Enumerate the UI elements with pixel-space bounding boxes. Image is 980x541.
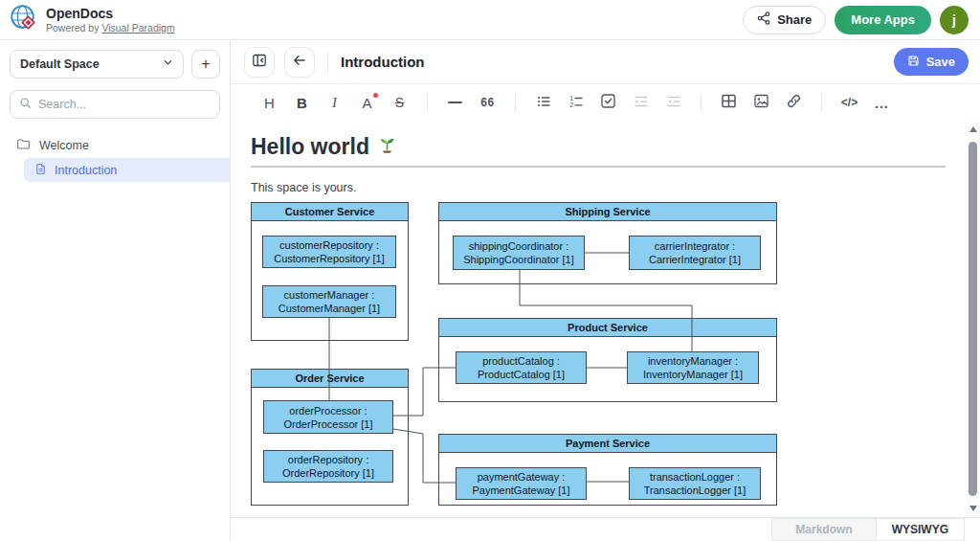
save-button[interactable]: Save — [894, 48, 969, 76]
space-selector[interactable]: Default Space — [10, 50, 184, 79]
scroll-up-arrow[interactable] — [969, 126, 977, 132]
bold-button[interactable]: B — [288, 89, 316, 116]
doc-tree: Welcome Introduction — [0, 134, 230, 182]
back-arrow-icon — [292, 53, 307, 71]
horizontal-rule-icon — [448, 101, 462, 103]
part-shipping-coordinator: shippingCoordinator : ShippingCoordinato… — [453, 236, 585, 270]
part-carrier-integrator: carrierIntegrator : CarrierIntegrator [1… — [629, 236, 761, 270]
horizontal-rule-button[interactable] — [441, 89, 469, 116]
search-input[interactable] — [38, 98, 211, 111]
tree-item-introduction[interactable]: Introduction — [24, 158, 230, 182]
tab-markdown[interactable]: Markdown — [771, 518, 876, 541]
panel-toggle-icon — [252, 53, 267, 71]
part-customer-manager: customerManager : CustomerManager [1] — [262, 285, 396, 318]
sidebar: Default Space + Welcome — [0, 40, 231, 541]
back-button[interactable] — [284, 47, 315, 78]
save-icon — [907, 55, 920, 70]
top-header: OpenDocs Powered by Visual Paradigm Shar… — [0, 0, 980, 40]
formatting-toolbar: H B I A S 66 12 — [231, 84, 980, 121]
table-button[interactable] — [715, 89, 743, 116]
part-inventory-manager: inventoryManager : InventoryManager [1] — [627, 351, 759, 384]
ordered-list-button[interactable]: 12 — [562, 89, 590, 116]
link-button[interactable] — [780, 89, 808, 116]
avatar[interactable]: j — [940, 6, 969, 34]
search-icon — [19, 96, 32, 113]
table-icon — [721, 93, 737, 112]
image-button[interactable] — [747, 89, 775, 116]
part-customer-repository: customerRepository : CustomerRepository … — [262, 236, 396, 268]
heading-button[interactable]: H — [256, 89, 283, 116]
svg-text:2: 2 — [569, 101, 573, 108]
editor-scrollbar[interactable] — [967, 121, 980, 517]
indent-icon — [634, 94, 649, 112]
folder-icon — [16, 137, 31, 154]
outdent-icon — [666, 94, 681, 112]
code-block-button[interactable]: </> — [835, 89, 863, 116]
chevron-down-icon — [163, 57, 173, 71]
italic-button[interactable]: I — [321, 89, 348, 116]
toolbar-divider — [427, 94, 428, 111]
scrollbar-thumb[interactable] — [969, 142, 977, 496]
search-box[interactable] — [10, 90, 220, 119]
toolbar-divider — [515, 94, 516, 111]
opendocs-logo-icon — [10, 4, 38, 36]
link-icon — [786, 93, 802, 112]
service-box-customer: Customer Service — [251, 202, 409, 341]
indent-button[interactable] — [627, 89, 655, 116]
toolbar-divider — [701, 94, 702, 111]
part-order-repository: orderRepository : OrderRepository [1] — [263, 450, 393, 483]
outdent-button[interactable] — [659, 89, 687, 116]
part-transaction-logger: transactionLogger : TransactionLogger [1… — [629, 467, 761, 500]
scroll-down-arrow[interactable] — [969, 506, 977, 511]
paragraph: This space is yours. — [251, 181, 946, 194]
toggle-sidebar-button[interactable] — [244, 47, 275, 78]
part-order-processor: orderProcessor : OrderProcessor [1] — [263, 400, 393, 434]
tree-item-welcome[interactable]: Welcome — [0, 134, 230, 158]
image-icon — [753, 93, 769, 112]
share-icon — [757, 11, 770, 28]
services-diagram[interactable]: Customer Service customerRepository : Cu… — [251, 202, 778, 507]
app-name: OpenDocs — [46, 6, 175, 21]
task-list-button[interactable] — [594, 89, 622, 116]
part-product-catalog: productCatalog : ProductCatalog [1] — [456, 351, 587, 384]
tab-wysiwyg[interactable]: WYSIWYG — [877, 518, 965, 541]
bullet-list-icon — [536, 94, 551, 112]
heading-rule — [251, 166, 946, 168]
more-options-button[interactable]: … — [868, 89, 896, 116]
part-payment-gateway: paymentGateway : PaymentGateway [1] — [456, 467, 587, 500]
document-heading: Hello world — [251, 135, 946, 159]
seedling-emoji — [378, 135, 396, 159]
svg-text:1: 1 — [569, 94, 573, 101]
ordered-list-icon: 12 — [568, 94, 584, 112]
more-apps-button[interactable]: More Apps — [835, 6, 931, 34]
document-icon — [34, 163, 47, 178]
font-color-button[interactable]: A — [353, 89, 381, 116]
document-content[interactable]: Hello world This space is yours. — [231, 121, 967, 507]
bullet-list-button[interactable] — [529, 89, 557, 116]
editor-footer: Markdown WYSIWYG — [231, 517, 980, 541]
page-title: Introduction — [341, 54, 424, 70]
powered-by: Powered by Visual Paradigm — [46, 22, 175, 34]
visual-paradigm-link[interactable]: Visual Paradigm — [101, 22, 174, 34]
task-list-icon — [600, 93, 616, 112]
brand: OpenDocs Powered by Visual Paradigm — [10, 4, 175, 36]
doc-header: Introduction Save — [231, 40, 980, 84]
toolbar-divider — [821, 94, 822, 111]
share-button[interactable]: Share — [743, 6, 826, 34]
add-space-button[interactable]: + — [191, 50, 220, 79]
strikethrough-button[interactable]: S — [386, 89, 413, 116]
service-box-order: Order Service — [251, 369, 409, 506]
divider — [327, 52, 328, 73]
blockquote-button[interactable]: 66 — [474, 89, 501, 116]
editor-area[interactable]: Hello world This space is yours. — [231, 121, 980, 517]
